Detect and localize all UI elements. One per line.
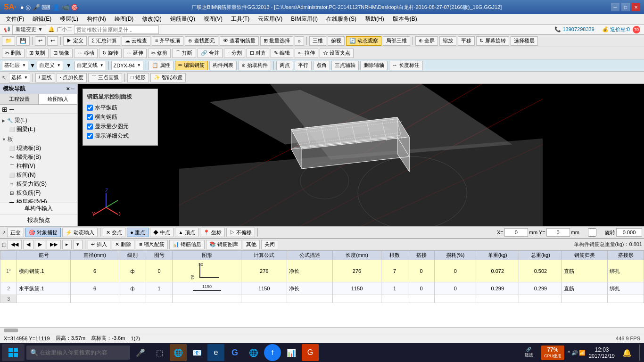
tb-3d[interactable]: 三维 xyxy=(309,36,326,46)
dt-prev[interactable]: ◀ xyxy=(23,240,33,249)
dt-others[interactable]: 其他 xyxy=(243,240,260,249)
rebar-check-show-few[interactable]: 显示量少图元 xyxy=(87,123,154,131)
y-input[interactable] xyxy=(546,228,570,237)
dt-rebar-info[interactable]: 📊 钢筋信息 xyxy=(169,240,205,249)
notif-new-change[interactable]: 新建变更 ▼ xyxy=(12,25,46,34)
rebar-check-horiz[interactable]: 水平纵筋 xyxy=(87,104,154,112)
tb-component-list[interactable]: 构件列表 xyxy=(209,61,237,70)
tb-screen-rotate[interactable]: ↻ 屏幕旋转 xyxy=(476,36,509,46)
tb-two-points[interactable]: 两点 xyxy=(276,61,293,70)
tree-item-spiral-slab[interactable]: 〜 螺壳板(B) xyxy=(1,153,76,162)
cpu-indicator[interactable]: 77% CPU使用 xyxy=(541,346,564,360)
axis-line-select[interactable]: 自定义线 xyxy=(74,61,106,70)
tb-pan[interactable]: 平移 xyxy=(458,36,475,46)
tb-save[interactable]: 💾 xyxy=(17,36,30,46)
tb-local-3d[interactable]: 局部三维 xyxy=(383,36,410,46)
tb-more[interactable]: » xyxy=(295,36,304,46)
tb-auto-place[interactable]: ✨ 智能布置 xyxy=(150,73,186,82)
tb-rect[interactable]: □ 矩形 xyxy=(127,73,149,82)
notif-search[interactable] xyxy=(74,25,159,34)
tb-grip[interactable]: ☆ 设置夹点 xyxy=(320,49,354,58)
tb-sum[interactable]: Σ 汇总计算 xyxy=(88,36,120,46)
menu-rebar-qty[interactable]: 钢筋量(Q) xyxy=(166,14,199,24)
dt-up[interactable]: ▸ xyxy=(62,240,72,249)
tb-arc[interactable]: ⌒ 三点画弧 xyxy=(88,73,122,82)
taskbar-notif[interactable]: 🔔 xyxy=(619,344,636,361)
tb-level[interactable]: ≡ 齐平板顶 xyxy=(152,36,183,46)
tb-trim[interactable]: ✂ 修剪 xyxy=(148,49,171,58)
tb-define[interactable]: ▶ 定义 xyxy=(63,36,87,46)
tb-split[interactable]: ÷ 分割 xyxy=(224,49,245,58)
tree-collapse[interactable]: ─ xyxy=(9,106,14,113)
taskbar-gld[interactable]: G xyxy=(302,344,319,361)
taskbar-search[interactable] xyxy=(26,346,130,360)
menu-tools[interactable]: 工具(T) xyxy=(227,14,253,24)
tb-align[interactable]: ⊟ 对齐 xyxy=(247,49,269,58)
tb-move[interactable]: ↔ 移动 xyxy=(74,49,98,58)
taskbar-web[interactable]: 🌐 xyxy=(245,344,262,361)
canvas-area[interactable]: X Y Z 钢筋显示控制面板 水平纵筋 横向钢筋 xyxy=(78,84,644,226)
h-scrollbar[interactable] xyxy=(0,327,644,333)
bt-dynamic-input[interactable]: ⚡ 动态输入 xyxy=(62,228,98,237)
tb-three-points-aux[interactable]: 三点辅轴 xyxy=(331,61,359,70)
tb-stretch[interactable]: ⟜ 拉伸 xyxy=(295,49,318,58)
rebar-check-show-few-input[interactable] xyxy=(87,123,93,130)
bt-snap[interactable]: 🎯 对象捕捉 xyxy=(25,228,61,237)
menu-version[interactable]: 版本号(B) xyxy=(389,14,421,24)
section-beam-header[interactable]: ▶ 🔧 梁(L) xyxy=(1,116,76,125)
dt-close[interactable]: 关闭 xyxy=(261,240,278,249)
tree-item-slab-neg[interactable]: ⊟ 板负筋(F) xyxy=(1,189,76,197)
tb-top-view[interactable]: 俯视 xyxy=(328,36,345,46)
menu-file[interactable]: 文件(F) xyxy=(2,14,28,24)
tree-item-circle-beam[interactable]: ⬜ 圈梁(E) xyxy=(1,125,76,134)
taskbar-sys-icons[interactable]: ^ 🔊 📶 xyxy=(568,344,585,361)
tb-break[interactable]: ⌒ 打断 xyxy=(172,49,196,58)
tb-find-elem[interactable]: ⊕ 查找图元 xyxy=(185,36,218,46)
tree-item-floor-band[interactable]: ▬ 楼层板带(H) xyxy=(1,197,76,203)
bt-coord[interactable]: 📍 坐标 xyxy=(200,228,225,237)
tb-parallel[interactable]: 平行 xyxy=(295,61,312,70)
tb-copy[interactable]: ⊞ 复制 xyxy=(26,49,49,58)
menu-view[interactable]: 视图(V) xyxy=(200,14,226,24)
tb-view-rebar[interactable]: 👁 查看钢筋量 xyxy=(220,36,259,46)
dt-delete[interactable]: ✕ 删除 xyxy=(112,240,134,249)
tb-length-mark[interactable]: ↔ 长度标注 xyxy=(389,61,423,70)
dt-first[interactable]: ◀◀ xyxy=(8,240,22,249)
bt-intersection[interactable]: ✕ 交点 xyxy=(103,228,125,237)
menu-draw[interactable]: 绘图(D) xyxy=(111,14,138,24)
rebar-check-formula-input[interactable] xyxy=(87,133,93,139)
data-table-wrap[interactable]: 筋号 直径(mm) 级别 图号 图形 计算公式 公式描述 长度(mm) 根数 搭… xyxy=(0,250,644,327)
section-slab-header[interactable]: ▼ 板 xyxy=(1,135,76,144)
tb-undo[interactable]: ↩ xyxy=(35,36,46,46)
lp-tab-settings[interactable]: 工程设置 xyxy=(0,94,39,104)
taskbar-chrome[interactable]: G xyxy=(226,344,243,361)
menu-online[interactable]: 在线服务(S) xyxy=(322,14,360,24)
menu-floor[interactable]: 楼层(L) xyxy=(56,14,82,24)
rotate-check[interactable] xyxy=(580,228,604,237)
taskbar-connection[interactable]: 🔗 链接 xyxy=(520,344,537,361)
tb-rotate[interactable]: ↻ 旋转 xyxy=(99,49,122,58)
tb-point-angle[interactable]: 点角 xyxy=(313,61,330,70)
layer-select[interactable]: 基础层 xyxy=(2,61,28,70)
dt-insert[interactable]: ↵ 插入 xyxy=(88,240,110,249)
tree-item-cast-slab[interactable]: ⬜ 现浇板(B) xyxy=(1,144,76,153)
tb-delete[interactable]: ✂ 删除 xyxy=(2,49,25,58)
tree-item-slab-rebar[interactable]: ≡ 板受力筋(S) xyxy=(1,180,76,189)
close-btn[interactable]: ✕ xyxy=(632,3,640,11)
dt-rebar-library[interactable]: 📚 钢筋图库 xyxy=(206,240,241,249)
tb-line[interactable]: / 直线 xyxy=(35,73,55,82)
tb-merge[interactable]: 🔗 合并 xyxy=(198,49,223,58)
tb-property[interactable]: 📋 属性 xyxy=(149,61,173,70)
rebar-check-vert-input[interactable] xyxy=(87,114,93,120)
layer-type-select[interactable]: 自定义 xyxy=(37,61,63,70)
tb-mirror[interactable]: ⊡ 镜像 xyxy=(50,49,73,58)
tree-item-col-cap[interactable]: ⊤ 柱帽(V) xyxy=(1,162,76,171)
tb-select-floor[interactable]: 选择楼层 xyxy=(511,36,538,46)
dt-last[interactable]: ▶▶ xyxy=(47,240,61,249)
lp-tab-draw[interactable]: 绘图输入 xyxy=(39,94,77,104)
rebar-check-vert[interactable]: 横向钢筋 xyxy=(87,113,154,121)
dt-down[interactable]: ▾ xyxy=(73,240,83,249)
tb-redo[interactable]: ↩ xyxy=(47,36,58,46)
select-tool[interactable]: 选择 xyxy=(9,73,30,82)
menu-modify[interactable]: 修改(Q) xyxy=(138,14,165,24)
